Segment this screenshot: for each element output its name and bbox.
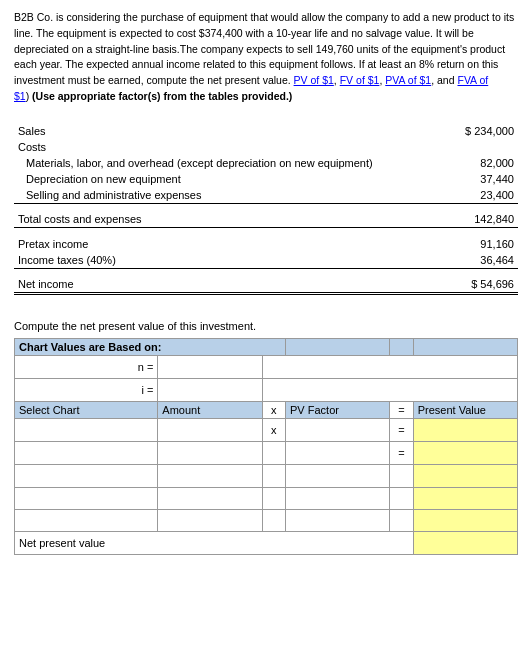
npv-label: Net present value <box>15 531 414 554</box>
income-table: Sales $ 234,000 Costs Materials, labor, … <box>14 115 518 310</box>
row1-select-cell[interactable] <box>15 418 158 441</box>
row1-pv-val[interactable] <box>413 418 517 441</box>
row2-eq: = <box>390 441 413 464</box>
n-input-cell[interactable] <box>158 355 262 378</box>
chart-header-empty2 <box>390 338 413 355</box>
net-income-label: Net income <box>14 276 428 294</box>
n-input[interactable] <box>162 358 257 376</box>
chart-header-empty3 <box>413 338 517 355</box>
empty-row1-col1 <box>15 487 158 509</box>
sales-label: Sales <box>14 123 428 139</box>
total-costs-label: Total costs and expenses <box>14 211 428 228</box>
empty-row1-col5 <box>390 487 413 509</box>
i-empty <box>262 378 517 401</box>
tax-amount: 36,464 <box>428 252 518 269</box>
row1-pv-input[interactable] <box>290 421 385 439</box>
pv1-link[interactable]: PV of $1 <box>294 74 334 86</box>
empty-row2-col3 <box>262 509 285 531</box>
col-header-pv: PV Factor <box>286 401 390 418</box>
i-input[interactable] <box>162 381 257 399</box>
col-header-present: Present Value <box>413 401 517 418</box>
pretax-label: Pretax income <box>14 236 428 252</box>
selling-label: Selling and administrative expenses <box>14 187 428 204</box>
chart-header-empty1 <box>286 338 390 355</box>
row1-amount-cell[interactable] <box>158 418 262 441</box>
row2-pv-input[interactable] <box>290 444 385 462</box>
row3-select-cell[interactable] <box>15 464 158 487</box>
empty-row2-col5 <box>390 509 413 531</box>
pva1-link[interactable]: PVA of $1 <box>385 74 431 86</box>
empty-row2-col4 <box>286 509 390 531</box>
selling-amount: 23,400 <box>428 187 518 204</box>
row3-pv-val[interactable] <box>413 464 517 487</box>
row3-amount-cell[interactable] <box>158 464 262 487</box>
depreciation-label: Depreciation on new equipment <box>14 171 428 187</box>
pretax-amount: 91,160 <box>428 236 518 252</box>
chart-header: Chart Values are Based on: <box>15 338 286 355</box>
row2-x <box>262 441 285 464</box>
empty-row1-col3 <box>262 487 285 509</box>
depreciation-amount: 37,440 <box>428 171 518 187</box>
sales-amount: $ 234,000 <box>428 123 518 139</box>
row2-amount-input[interactable] <box>162 444 257 462</box>
empty-row2-col2 <box>158 509 262 531</box>
materials-amount: 82,000 <box>428 155 518 171</box>
empty-row2-col6 <box>413 509 517 531</box>
tax-label: Income taxes (40%) <box>14 252 428 269</box>
row2-pv-val-input[interactable] <box>418 444 513 462</box>
row2-amount-cell[interactable] <box>158 441 262 464</box>
col-header-x: x <box>262 401 285 418</box>
row3-pv-input[interactable] <box>290 467 385 485</box>
net-income-amount: $ 54,696 <box>428 276 518 294</box>
row3-select-input[interactable] <box>19 467 153 485</box>
row2-select-input[interactable] <box>19 444 153 462</box>
i-input-cell[interactable] <box>158 378 262 401</box>
empty-row1-col4 <box>286 487 390 509</box>
row1-eq: = <box>390 418 413 441</box>
row3-pv-cell[interactable] <box>286 464 390 487</box>
row2-pv-cell[interactable] <box>286 441 390 464</box>
row1-pv-cell[interactable] <box>286 418 390 441</box>
row3-pv-val-input[interactable] <box>418 467 513 485</box>
col-header-eq: = <box>390 401 413 418</box>
intro-paragraph: B2B Co. is considering the purchase of e… <box>14 10 518 105</box>
row2-select-cell[interactable] <box>15 441 158 464</box>
empty-row1-col2 <box>158 487 262 509</box>
i-label: i = <box>15 378 158 401</box>
row2-pv-val[interactable] <box>413 441 517 464</box>
n-empty <box>262 355 517 378</box>
materials-label: Materials, labor, and overhead (except d… <box>14 155 428 171</box>
row1-x: x <box>262 418 285 441</box>
empty-row2-col1 <box>15 509 158 531</box>
npv-value-input[interactable] <box>418 534 513 552</box>
col-header-select: Select Chart <box>15 401 158 418</box>
row3-x <box>262 464 285 487</box>
row1-select-input[interactable] <box>19 421 153 439</box>
empty-row1-col6 <box>413 487 517 509</box>
npv-value-cell[interactable] <box>413 531 517 554</box>
col-header-amount: Amount <box>158 401 262 418</box>
fv1-link[interactable]: FV of $1 <box>340 74 380 86</box>
row1-amount-input[interactable] <box>162 421 257 439</box>
row3-eq <box>390 464 413 487</box>
chart-table: Chart Values are Based on: n = i = <box>14 338 518 555</box>
row1-pv-val-input[interactable] <box>418 421 513 439</box>
instruction-label: (Use appropriate factor(s) from the tabl… <box>32 90 292 102</box>
costs-label: Costs <box>14 139 428 155</box>
compute-label: Compute the net present value of this in… <box>14 320 518 332</box>
total-costs-amount: 142,840 <box>428 211 518 228</box>
n-label: n = <box>15 355 158 378</box>
row3-amount-input[interactable] <box>162 467 257 485</box>
